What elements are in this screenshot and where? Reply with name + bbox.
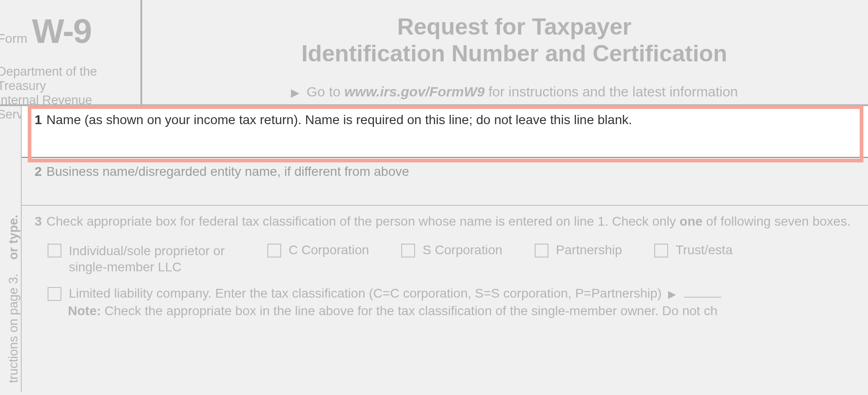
field-3-one: one <box>680 214 703 228</box>
form-title: Request for Taxpayer Identification Numb… <box>161 14 868 67</box>
field-1-num: 1 <box>35 113 42 127</box>
fields-container: 1Name (as shown on your income tax retur… <box>22 106 868 392</box>
goto-instructions: ▶ Go to www.irs.gov/FormW9 for instructi… <box>161 84 868 100</box>
checkbox-box-icon[interactable] <box>535 244 549 257</box>
checkbox-partnership[interactable]: Partnership <box>535 243 622 257</box>
arrow-right-icon: ▶ <box>668 288 676 300</box>
arrow-right-icon: ▶ <box>291 86 299 99</box>
llc-note: Note: Check the appropriate box in the l… <box>68 304 859 318</box>
form-name-label: W-9 <box>32 12 91 51</box>
title-line2: Identification Number and Certification <box>161 41 868 67</box>
side-text-1: or type. <box>6 215 20 260</box>
title-line1: Request for Taxpayer <box>161 14 868 41</box>
field-3-text-post: of following seven boxes. <box>703 214 851 228</box>
checkbox-individual[interactable]: Individual/sole proprietor or single-mem… <box>48 243 235 275</box>
side-text-2: tructions on page 3. <box>6 274 20 383</box>
checkbox-trust-label: Trust/esta <box>675 243 732 257</box>
field-1-text: Name (as shown on your income tax return… <box>47 113 632 127</box>
classification-checkboxes: Individual/sole proprietor or single-mem… <box>48 243 859 275</box>
checkbox-box-icon[interactable] <box>48 244 61 257</box>
checkbox-trust[interactable]: Trust/esta <box>654 243 732 257</box>
checkbox-box-icon[interactable] <box>48 287 61 301</box>
form-body: tructions on page 3. or type. 1Name (as … <box>0 106 868 392</box>
goto-suffix: for instructions and the latest informat… <box>485 84 738 99</box>
side-vertical-text: tructions on page 3. or type. <box>0 106 22 392</box>
checkbox-llc-row[interactable]: Limited liability company. Enter the tax… <box>48 286 859 301</box>
checkbox-box-icon[interactable] <box>654 244 668 257</box>
note-label: Note: <box>68 304 101 318</box>
goto-prefix: Go to <box>307 84 344 99</box>
checkbox-box-icon[interactable] <box>401 244 415 257</box>
form-prefix-label: Form <box>0 31 27 46</box>
checkbox-s-corp[interactable]: S Corporation <box>401 243 502 257</box>
field-1-name[interactable]: 1Name (as shown on your income tax retur… <box>22 106 868 158</box>
checkbox-s-corp-label: S Corporation <box>422 243 502 257</box>
header-left-block: Form W-9 Department of the Treasury Inte… <box>0 0 142 104</box>
header-right-block: Request for Taxpayer Identification Numb… <box>142 0 868 104</box>
llc-blank-input[interactable] <box>684 297 721 298</box>
form-label-row: Form W-9 <box>0 9 131 51</box>
llc-text: Limited liability company. Enter the tax… <box>69 286 662 300</box>
llc-text-wrap: Limited liability company. Enter the tax… <box>69 286 721 301</box>
field-3-num: 3 <box>35 214 42 228</box>
form-header: Form W-9 Department of the Treasury Inte… <box>0 0 868 106</box>
form-w9-page: Form W-9 Department of the Treasury Inte… <box>0 0 868 395</box>
field-3-text-pre: Check appropriate box for federal tax cl… <box>47 214 680 228</box>
note-text: Check the appropriate box in the line ab… <box>101 304 717 318</box>
goto-url: www.irs.gov/FormW9 <box>344 84 485 99</box>
checkbox-box-icon[interactable] <box>267 244 281 257</box>
field-2-num: 2 <box>35 164 42 179</box>
checkbox-c-corp[interactable]: C Corporation <box>267 243 369 257</box>
checkbox-c-corp-label: C Corporation <box>289 243 369 257</box>
checkbox-individual-label: Individual/sole proprietor or single-mem… <box>69 243 235 275</box>
checkbox-partnership-label: Partnership <box>556 243 622 257</box>
dept-line1: Department of the Treasury <box>0 65 131 93</box>
field-2-business-name[interactable]: 2Business name/disregarded entity name, … <box>22 158 868 206</box>
field-2-text: Business name/disregarded entity name, i… <box>47 164 409 179</box>
field-3-classification: 3Check appropriate box for federal tax c… <box>22 206 868 325</box>
